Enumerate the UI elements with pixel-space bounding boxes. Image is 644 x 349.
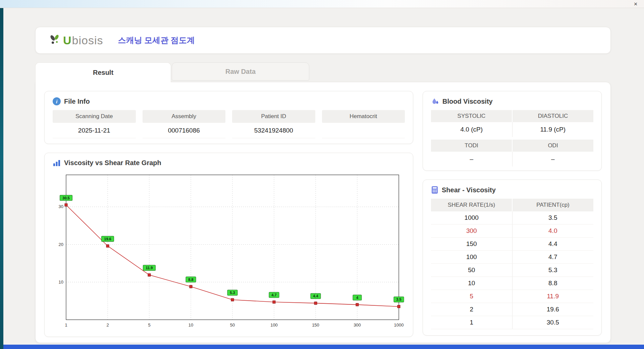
tab-bar: Result Raw Data	[35, 62, 309, 82]
svg-text:19.6: 19.6	[104, 237, 111, 241]
shear-viscosity-row: 1 30.5	[431, 316, 593, 329]
bar-chart-icon	[53, 159, 61, 167]
patient-viscosity-cell: 4.7	[512, 251, 594, 264]
right-column: Blood Viscosity SYSTOLICDIASTOLIC4.0 (cP…	[423, 91, 602, 334]
file-info-field-value: 53241924800	[232, 123, 315, 138]
blood-viscosity-header-cell: TODI	[431, 140, 512, 152]
graph-title: Viscosity vs Shear Rate Graph	[64, 159, 161, 167]
window-close-button[interactable]: ×	[632, 1, 639, 7]
shear-viscosity-rows: 1000 3.5 300 4.0 150 4.4 100 4.7 50 5.3 …	[431, 211, 593, 329]
svg-text:300: 300	[354, 322, 361, 328]
file-info-field: Assembly 000716086	[143, 110, 226, 138]
svg-text:150: 150	[312, 322, 319, 328]
shear-viscosity-row: 1000 3.5	[431, 211, 593, 225]
file-info-field: Hematocrit	[322, 110, 405, 138]
shear-rate-column-header: SHEAR RATE(1/s)	[431, 199, 512, 211]
file-info-field-label: Assembly	[143, 110, 226, 123]
file-info-title-row: i File Info	[53, 97, 405, 105]
blood-viscosity-row-gap	[431, 137, 593, 140]
logo-text-u: U	[63, 34, 71, 47]
blood-viscosity-header-row: TODIODI	[431, 140, 593, 152]
svg-text:4: 4	[356, 296, 359, 300]
viscosity-chart: 1020301251050100150300100030.519.611.98.…	[53, 171, 405, 331]
shear-rate-cell: 100	[431, 251, 512, 264]
patient-viscosity-cell: 11.9	[512, 290, 594, 303]
svg-text:5.3: 5.3	[230, 291, 235, 295]
ubiosis-logo: Ubiosis	[48, 34, 103, 47]
blood-viscosity-header-cell: SYSTOLIC	[431, 110, 512, 122]
tab-result[interactable]: Result	[35, 62, 171, 82]
patient-column-header: PATIENT(cp)	[512, 199, 593, 211]
svg-text:8.8: 8.8	[188, 278, 193, 282]
blood-viscosity-card: Blood Viscosity SYSTOLICDIASTOLIC4.0 (cP…	[423, 91, 602, 171]
file-info-card: i File Info Scanning Date 2025-11-21 Ass…	[44, 91, 413, 144]
blood-viscosity-header-row: SYSTOLICDIASTOLIC	[431, 110, 593, 122]
window-bottom-bar	[3, 345, 644, 349]
svg-text:100: 100	[270, 322, 278, 328]
svg-text:11.9: 11.9	[146, 266, 153, 270]
svg-text:4.4: 4.4	[313, 294, 318, 298]
app-title-korean: 스캐닝 모세관 점도계	[118, 35, 195, 46]
file-info-field-label: Scanning Date	[53, 110, 136, 123]
file-info-field-label: Patient ID	[232, 110, 315, 123]
svg-text:1: 1	[65, 322, 67, 328]
svg-text:1000: 1000	[394, 322, 404, 328]
shear-viscosity-row: 150 4.4	[431, 238, 593, 251]
shear-rate-cell: 2	[431, 303, 512, 316]
ubiosis-leaf-icon	[48, 34, 62, 47]
window-left-edge	[0, 0, 3, 349]
shear-viscosity-row: 10 8.8	[431, 277, 593, 290]
info-icon: i	[53, 97, 61, 105]
svg-text:4.7: 4.7	[271, 293, 276, 297]
blood-viscosity-title-row: Blood Viscosity	[431, 97, 593, 105]
droplet-icon	[431, 97, 439, 105]
svg-text:5: 5	[148, 322, 150, 328]
shear-rate-cell: 10	[431, 277, 512, 290]
file-info-field: Patient ID 53241924800	[232, 110, 315, 138]
shear-rate-cell: 5	[431, 290, 512, 303]
shear-viscosity-title: Shear - Viscosity	[442, 186, 496, 194]
blood-viscosity-header-cell: ODI	[512, 140, 593, 152]
tab-raw-data[interactable]: Raw Data	[172, 62, 309, 81]
svg-text:30: 30	[59, 204, 63, 209]
file-info-field-value: 000716086	[143, 123, 226, 138]
file-info-field-label: Hematocrit	[322, 110, 405, 123]
shear-viscosity-card: Shear - Viscosity SHEAR RATE(1/s) PATIEN…	[423, 180, 602, 336]
shear-viscosity-row: 50 5.3	[431, 264, 593, 277]
blood-viscosity-title: Blood Viscosity	[442, 98, 493, 105]
patient-viscosity-cell: 5.3	[512, 264, 594, 277]
app-header: Ubiosis 스캐닝 모세관 점도계	[35, 27, 611, 54]
blood-viscosity-value-cell: –	[431, 152, 512, 166]
svg-text:30.5: 30.5	[62, 196, 69, 200]
svg-text:3.5: 3.5	[396, 297, 401, 301]
blood-viscosity-header-cell: DIASTOLIC	[512, 110, 593, 122]
svg-text:10: 10	[189, 322, 193, 328]
blood-viscosity-value-row: ––	[431, 152, 593, 166]
shear-rate-cell: 50	[431, 264, 512, 277]
patient-viscosity-cell: 8.8	[512, 277, 594, 290]
app-root: Ubiosis 스캐닝 모세관 점도계 Result Raw Data i Fi…	[3, 8, 644, 345]
shear-viscosity-table: SHEAR RATE(1/s) PATIENT(cp) 1000 3.5 300…	[431, 199, 593, 329]
blood-viscosity-value-row: 4.0 (cP)11.9 (cP)	[431, 122, 593, 137]
left-column: i File Info Scanning Date 2025-11-21 Ass…	[44, 91, 413, 334]
shear-viscosity-row: 100 4.7	[431, 251, 593, 264]
file-info-fields: Scanning Date 2025-11-21 Assembly 000716…	[53, 110, 405, 138]
patient-viscosity-cell: 19.6	[512, 303, 594, 316]
file-info-field-value: 2025-11-21	[53, 123, 136, 138]
blood-viscosity-value-cell: –	[512, 152, 594, 166]
shear-rate-cell: 1	[431, 316, 512, 329]
shear-viscosity-header-row: SHEAR RATE(1/s) PATIENT(cp)	[431, 199, 593, 211]
svg-text:50: 50	[230, 322, 235, 328]
logo-text-biosis: biosis	[72, 34, 103, 47]
blood-viscosity-value-cell: 4.0 (cP)	[431, 122, 512, 137]
shear-viscosity-row: 2 19.6	[431, 303, 593, 316]
shear-viscosity-row: 5 11.9	[431, 290, 593, 303]
shear-rate-cell: 300	[431, 225, 512, 238]
svg-text:2: 2	[106, 322, 109, 328]
shear-rate-cell: 1000	[431, 211, 512, 225]
window-title-bar: ×	[0, 0, 644, 8]
shear-rate-cell: 150	[431, 238, 512, 251]
file-info-field: Scanning Date 2025-11-21	[53, 110, 136, 138]
result-tab-panel: i File Info Scanning Date 2025-11-21 Ass…	[35, 82, 611, 343]
patient-viscosity-cell: 4.4	[512, 238, 594, 251]
